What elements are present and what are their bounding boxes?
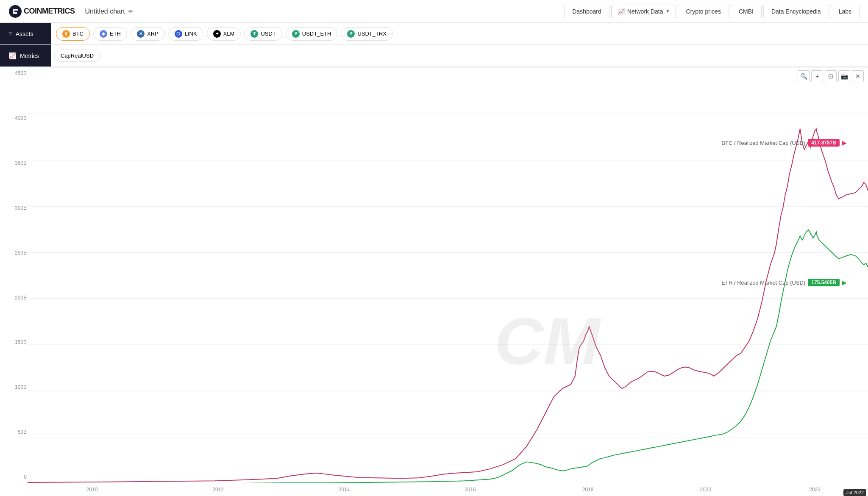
labs-button[interactable]: Labs: [831, 5, 860, 18]
y-label-300b: 300B: [3, 205, 27, 211]
btc-series-text: BTC / Realized Market Cap (USD): [721, 140, 805, 146]
y-label-150b: 150B: [3, 339, 27, 345]
chart-svg-container: CM BTC / Realized Market Cap (USD) 417.8…: [28, 67, 868, 483]
y-label-0: 0: [3, 474, 27, 480]
header: COINMETRICS Untitled chart ✏ Dashboard 📈…: [0, 0, 868, 23]
x-axis: 2010 2012 2014 2016 2018 2020 2022 Jul 2…: [28, 483, 868, 496]
xrp-label: XRP: [147, 30, 159, 37]
metrics-tab[interactable]: 📈 Metrics: [0, 45, 51, 67]
watermark-text: CM: [495, 304, 602, 377]
eth-series-text: ETH / Realized Market Cap (USD): [721, 280, 805, 286]
y-label-50b: 50B: [3, 429, 27, 435]
cmbi-button[interactable]: CMBI: [731, 5, 762, 18]
network-data-label: Network Data: [627, 8, 663, 15]
crypto-prices-button[interactable]: Crypto prices: [678, 5, 729, 18]
btc-value-badge: 417.8787B: [808, 139, 840, 147]
x-label-2012: 2012: [212, 487, 224, 493]
reset-button[interactable]: ⊡: [825, 70, 837, 82]
nav-buttons: Dashboard 📈 Network Data ▼ Crypto prices…: [564, 5, 860, 18]
edit-icon[interactable]: ✏: [128, 8, 134, 15]
token-usdt[interactable]: ₮ USDT: [244, 27, 282, 41]
btc-icon: ₿: [62, 30, 70, 38]
chart-svg: CM: [28, 67, 868, 483]
cap-real-usd-metric[interactable]: CapRealUSD: [54, 50, 100, 62]
xlm-label: XLM: [223, 30, 235, 37]
x-label-2020: 2020: [700, 487, 711, 493]
token-xlm[interactable]: ✦ XLM: [207, 27, 241, 41]
metrics-icon: 📈: [8, 52, 17, 60]
token-xrp[interactable]: ✕ XRP: [131, 27, 165, 41]
token-link[interactable]: ⬡ LINK: [168, 27, 203, 41]
x-label-2016: 2016: [465, 487, 476, 493]
usdt-icon: ₮: [250, 30, 258, 38]
usdt-label: USDT: [261, 30, 275, 37]
assets-tab-label: Assets: [16, 30, 33, 37]
close-button[interactable]: ✕: [852, 70, 864, 82]
eth-series-label: ETH / Realized Market Cap (USD) 175.5405…: [721, 279, 847, 286]
usdt-trx-label: USDT_TRX: [357, 30, 387, 37]
y-label-450b: 450B: [3, 70, 27, 76]
btc-series-label: BTC / Realized Market Cap (USD) 417.8787…: [721, 139, 847, 147]
data-encyclopedia-button[interactable]: Data Encyclopedia: [763, 5, 829, 18]
dashboard-button[interactable]: Dashboard: [564, 5, 609, 18]
chart-toolbar: 🔍 + ⊡ 📷 ✕: [798, 70, 864, 82]
asset-tokens: ₿ BTC ◆ ETH ✕ XRP ⬡ LINK ✦ XLM ₮ USDT: [51, 27, 398, 41]
y-label-200b: 200B: [3, 295, 27, 301]
usdt-eth-icon: ₮: [292, 30, 300, 38]
metrics-bar: 📈 Metrics CapRealUSD: [0, 45, 868, 67]
token-usdt-eth[interactable]: ₮ USDT_ETH: [286, 27, 338, 41]
btc-label: BTC: [72, 30, 83, 37]
dropdown-arrow-icon: ▼: [666, 9, 670, 14]
xrp-icon: ✕: [137, 30, 145, 38]
zoom-in-button[interactable]: 🔍: [798, 70, 810, 82]
chart-area: 🔍 + ⊡ 📷 ✕ 0 50B 100B 150B 200B 250B 300B…: [0, 67, 868, 496]
y-axis: 0 50B 100B 150B 200B 250B 300B 350B 400B…: [0, 67, 28, 483]
eth-label: ETH: [110, 30, 121, 37]
svg-point-0: [9, 5, 22, 18]
eth-arrow-icon: ▶: [842, 279, 847, 286]
usdt-eth-label: USDT_ETH: [302, 30, 331, 37]
y-label-100b: 100B: [3, 384, 27, 390]
x-label-2010: 2010: [86, 487, 98, 493]
token-btc[interactable]: ₿ BTC: [56, 27, 90, 41]
logo-text: COINMETRICS: [24, 7, 75, 16]
x-label-2018: 2018: [582, 487, 594, 493]
xlm-icon: ✦: [213, 30, 221, 38]
chart-title: Untitled chart: [85, 8, 125, 15]
logo-icon: [8, 5, 22, 18]
assets-tab[interactable]: ≡ Assets: [0, 23, 51, 44]
link-icon: ⬡: [175, 30, 182, 38]
add-button[interactable]: +: [811, 70, 823, 82]
network-data-button[interactable]: 📈 Network Data ▼: [611, 5, 676, 18]
x-label-2014: 2014: [339, 487, 350, 493]
camera-button[interactable]: 📷: [838, 70, 850, 82]
jul2022-badge: Jul 2022: [843, 489, 866, 496]
eth-value-badge: 175.5405B: [808, 279, 840, 286]
logo: COINMETRICS: [8, 5, 75, 18]
link-label: LINK: [185, 30, 197, 37]
y-label-350b: 350B: [3, 160, 27, 166]
chart-line-icon: 📈: [618, 8, 625, 15]
cap-real-usd-label: CapRealUSD: [61, 53, 94, 59]
assets-icon: ≡: [8, 30, 12, 37]
assets-bar: ≡ Assets ₿ BTC ◆ ETH ✕ XRP ⬡ LINK ✦ XLM: [0, 23, 868, 45]
y-label-400b: 400B: [3, 115, 27, 121]
chart-title-area: Untitled chart ✏: [85, 8, 134, 15]
metrics-tab-label: Metrics: [20, 53, 39, 59]
token-usdt-trx[interactable]: ₮ USDT_TRX: [341, 27, 393, 41]
eth-icon: ◆: [100, 30, 107, 38]
token-eth[interactable]: ◆ ETH: [93, 27, 127, 41]
btc-arrow-icon: ▶: [842, 139, 847, 146]
usdt-trx-icon: ₮: [347, 30, 355, 38]
x-label-2022: 2022: [809, 487, 821, 493]
y-label-250b: 250B: [3, 250, 27, 256]
